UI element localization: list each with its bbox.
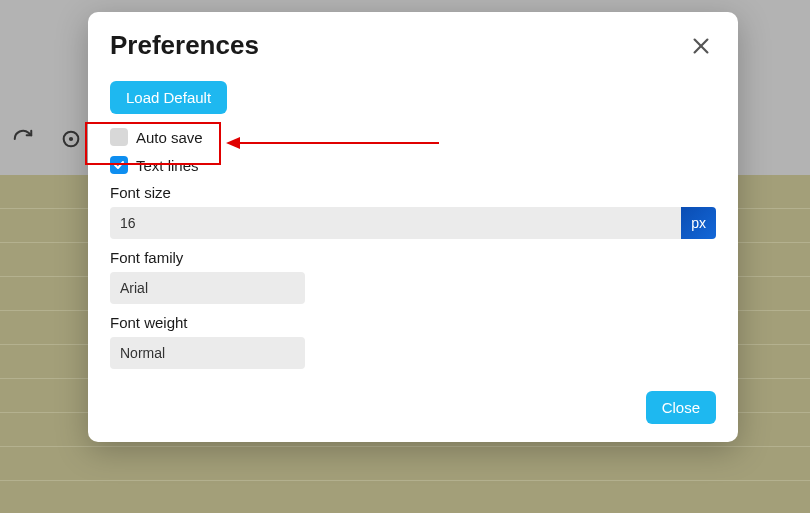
- text-lines-checkbox[interactable]: [110, 156, 128, 174]
- target-icon: [60, 128, 82, 154]
- font-size-group: Font size px: [110, 184, 716, 239]
- font-family-input[interactable]: [110, 272, 305, 304]
- text-lines-label: Text lines: [136, 157, 199, 174]
- modal-footer: Close: [110, 391, 716, 424]
- font-weight-label: Font weight: [110, 314, 716, 331]
- font-weight-input[interactable]: [110, 337, 305, 369]
- font-size-label: Font size: [110, 184, 716, 201]
- font-weight-group: Font weight: [110, 314, 716, 369]
- modal-header: Preferences: [110, 30, 716, 61]
- close-icon[interactable]: [686, 31, 716, 61]
- load-default-button[interactable]: Load Default: [110, 81, 227, 114]
- font-size-input[interactable]: [110, 207, 681, 239]
- auto-save-label: Auto save: [136, 129, 203, 146]
- close-button[interactable]: Close: [646, 391, 716, 424]
- auto-save-checkbox[interactable]: [110, 128, 128, 146]
- font-size-unit: px: [681, 207, 716, 239]
- modal-title: Preferences: [110, 30, 259, 61]
- redo-icon: [12, 128, 34, 154]
- font-family-group: Font family: [110, 249, 716, 304]
- font-family-label: Font family: [110, 249, 716, 266]
- auto-save-row: Auto save: [110, 128, 716, 146]
- background-toolbar-icons: [12, 128, 82, 154]
- svg-point-1: [70, 138, 72, 140]
- text-lines-row: Text lines: [110, 156, 716, 174]
- preferences-modal: Preferences Load Default Auto save Text …: [88, 12, 738, 442]
